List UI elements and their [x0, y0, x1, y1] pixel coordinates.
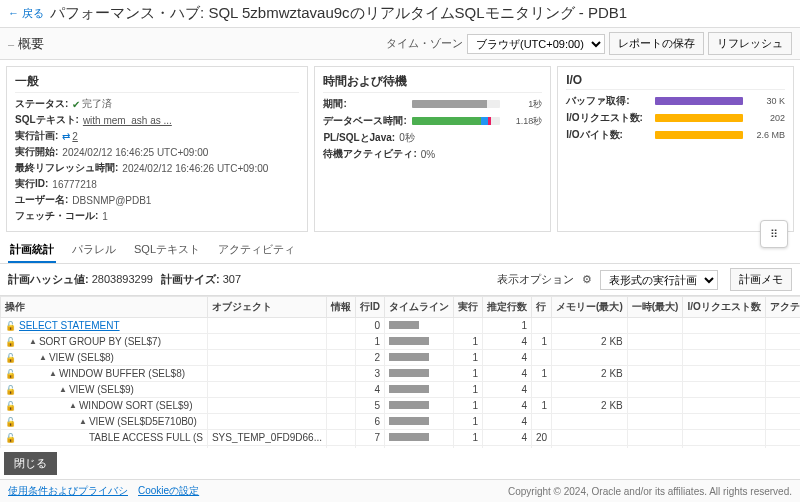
collapse-tri-icon[interactable]: ▲ — [29, 337, 37, 346]
cell-activity — [765, 318, 800, 334]
table-row[interactable]: 🔓▲VIEW (SEL$D5E710B0)614 — [1, 414, 801, 430]
op-name: SORT GROUP BY (SEL$7) — [39, 336, 161, 347]
cookie-link[interactable]: Cookieの設定 — [138, 484, 199, 498]
collapse-tri-icon[interactable]: ▲ — [69, 401, 77, 410]
col-header[interactable]: オブジェクト — [207, 297, 326, 318]
cell-est: 4 — [482, 366, 531, 382]
col-header[interactable]: 行 — [531, 297, 551, 318]
tab-3[interactable]: アクティビティ — [216, 238, 297, 263]
close-button[interactable]: 閉じる — [4, 452, 57, 475]
timezone-label: タイム・ゾーン — [386, 36, 463, 51]
cell-info — [326, 318, 355, 334]
col-header[interactable]: 行ID — [355, 297, 384, 318]
cell-rows — [531, 382, 551, 398]
buffer-label: バッファ取得: — [566, 94, 651, 108]
collapse-tri-icon[interactable]: ▲ — [49, 369, 57, 378]
table-row[interactable]: 🔓▲VIEW (SEL$9)414 — [1, 382, 801, 398]
cell-info — [326, 430, 355, 446]
col-header[interactable]: 操作 — [1, 297, 208, 318]
plan-share-icon: ⇄ — [62, 131, 70, 142]
cell-exec: 1 — [453, 398, 482, 414]
plansize-label: 計画サイズ: — [161, 273, 220, 285]
timeline-bar — [389, 353, 429, 361]
lock-icon: 🔓 — [5, 353, 16, 363]
cell-activity — [765, 366, 800, 382]
col-header[interactable]: I/Oリクエスト数 — [683, 297, 765, 318]
cell-mem — [552, 430, 628, 446]
table-row[interactable]: 🔓TABLE ACCESS FULL (SSYS_TEMP_0FD9D66...… — [1, 430, 801, 446]
collapse-tri-icon[interactable]: ▲ — [79, 417, 87, 426]
cell-object: SYS_TEMP_0FD9D66... — [207, 430, 326, 446]
timeline-bar — [389, 369, 429, 377]
op-name: VIEW (SEL$D5E710B0) — [89, 416, 197, 427]
cell-object — [207, 350, 326, 366]
lastrefresh-value: 2024/02/12 16:46:26 UTC+09:00 — [122, 163, 268, 174]
save-report-button[interactable]: レポートの保存 — [609, 32, 704, 55]
table-row[interactable]: 🔓▲VIEW (SEL$8)214 — [1, 350, 801, 366]
lock-icon: 🔓 — [5, 385, 16, 395]
col-header[interactable]: 情報 — [326, 297, 355, 318]
dbtime-value: 1.18秒 — [504, 115, 542, 128]
cell-activity — [765, 382, 800, 398]
op-name: VIEW (SEL$8) — [49, 352, 114, 363]
cell-info — [326, 350, 355, 366]
planhash-label: 計画ハッシュ値: — [8, 273, 89, 285]
page-title: パフォーマンス・ハブ: SQL 5zbmwztavau9cのリアルタイムSQLモ… — [50, 4, 627, 23]
col-header[interactable]: 一時(最大) — [627, 297, 683, 318]
terms-link[interactable]: 使用条件およびプライバシ — [8, 484, 128, 498]
col-header[interactable]: 実行 — [453, 297, 482, 318]
gear-icon[interactable]: ⚙ — [582, 273, 592, 286]
fetch-label: フェッチ・コール: — [15, 209, 98, 223]
col-header[interactable]: アクティビティ — [765, 297, 800, 318]
picture-in-picture-icon[interactable]: ⠿ — [760, 220, 788, 248]
general-heading: 一般 — [15, 73, 299, 93]
cell-activity — [765, 398, 800, 414]
cell-exec: 1 — [453, 430, 482, 446]
cell-mem: 2 KB — [552, 334, 628, 350]
cell-est: 1 — [482, 318, 531, 334]
sqltext-link[interactable]: with mem_ash as ... — [83, 115, 172, 126]
table-row[interactable]: 🔓▲WINDOW SORT (SEL$9)51412 KB — [1, 398, 801, 414]
lock-icon: 🔓 — [5, 321, 16, 331]
tab-1[interactable]: パラレル — [70, 238, 118, 263]
cell-timeline — [384, 366, 453, 382]
tab-2[interactable]: SQLテキスト — [132, 238, 202, 263]
plan-memo-button[interactable]: 計画メモ — [730, 268, 792, 291]
table-row[interactable]: 🔓▲WINDOW BUFFER (SEL$8)31412 KB — [1, 366, 801, 382]
col-header[interactable]: メモリー(最大) — [552, 297, 628, 318]
cell-info — [326, 398, 355, 414]
timeline-bar — [389, 385, 429, 393]
timeline-bar — [389, 433, 429, 441]
table-row[interactable]: 🔓▲SORT GROUP BY (SEL$7)11412 KB — [1, 334, 801, 350]
cell-timeline — [384, 398, 453, 414]
col-header[interactable]: 推定行数 — [482, 297, 531, 318]
cell-rowid: 4 — [355, 382, 384, 398]
timeline-bar — [389, 321, 419, 329]
copyright: Copyright © 2024, Oracle and/or its affi… — [508, 486, 792, 497]
tab-0[interactable]: 計画統計 — [8, 238, 56, 263]
cell-mem — [552, 382, 628, 398]
cell-ioreq — [683, 334, 765, 350]
plan-table[interactable]: 操作オブジェクト情報行IDタイムライン実行推定行数行メモリー(最大)一時(最大)… — [0, 295, 800, 448]
cell-rows — [531, 318, 551, 334]
cell-timeline — [384, 334, 453, 350]
lastrefresh-label: 最終リフレッシュ時間: — [15, 161, 118, 175]
ioreq-label: I/Oリクエスト数: — [566, 111, 651, 125]
timezone-select[interactable]: ブラウザ(UTC+09:00) — [467, 34, 605, 54]
cell-tmp — [627, 414, 683, 430]
display-mode-select[interactable]: 表形式の実行計画 — [600, 270, 718, 290]
user-value: DBSNMP@PDB1 — [72, 195, 151, 206]
plan-link[interactable]: 2 — [72, 131, 78, 142]
table-row[interactable]: 🔓SELECT STATEMENT01 — [1, 318, 801, 334]
display-option-label: 表示オプション — [497, 272, 574, 287]
collapse-icon[interactable]: – — [8, 38, 14, 50]
back-link[interactable]: ← 戻る — [8, 6, 44, 21]
ioreq-bar — [655, 114, 743, 122]
collapse-tri-icon[interactable]: ▲ — [39, 353, 47, 362]
refresh-button[interactable]: リフレッシュ — [708, 32, 792, 55]
op-name[interactable]: SELECT STATEMENT — [19, 320, 120, 331]
cell-est: 4 — [482, 398, 531, 414]
collapse-tri-icon[interactable]: ▲ — [59, 385, 67, 394]
general-panel: 一般 ステータス:✔完了済 SQLテキスト:with mem_ash as ..… — [6, 66, 308, 232]
col-header[interactable]: タイムライン — [384, 297, 453, 318]
